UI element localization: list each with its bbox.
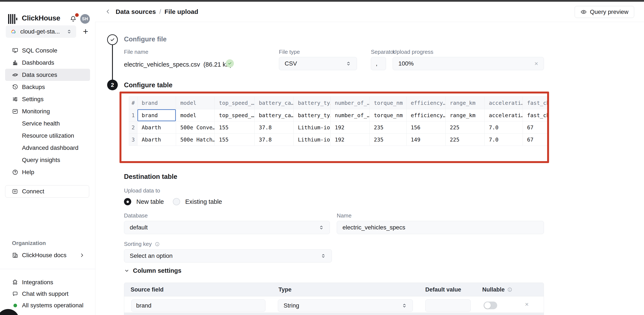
docs-building-icon [12, 252, 18, 258]
sidebar-item-clickhouse-docs[interactable]: ClickHouse docs [0, 249, 95, 261]
type-header: Type [278, 283, 292, 296]
sidebar-item-advanced-dashboard[interactable]: Advanced dashboard [0, 142, 95, 154]
step-connector [112, 45, 113, 80]
status-dot-icon [12, 302, 18, 308]
next-row-edge [124, 313, 544, 315]
grid-cell[interactable]: Lithium-ion [294, 122, 330, 134]
nullable-toggle[interactable] [484, 302, 497, 309]
grid-row: 3 Abarth 500e Hatch… 155 37.8 Lithium-io… [129, 134, 549, 146]
service-selector[interactable]: cloud-get-sta... [6, 26, 76, 38]
clear-icon[interactable]: × [534, 60, 538, 67]
grid-cell[interactable]: 37.8 [254, 122, 294, 134]
query-preview-button[interactable]: Query preview [575, 6, 634, 18]
grid-cell[interactable]: 7.0 [484, 134, 523, 146]
grid-cell[interactable]: fast_cha [523, 109, 549, 122]
sidebar-item-sql-console[interactable]: SQL Console [0, 44, 95, 56]
radio-existing-table[interactable] [173, 198, 180, 205]
grid-cell[interactable]: efficiency… [406, 109, 446, 122]
sidebar-item-integrations[interactable]: Integrations [0, 276, 95, 288]
grid-header-row: # brand model top_speed_… battery_ca… ba… [129, 96, 549, 109]
upload-success-badge [226, 59, 234, 68]
sidebar-item-dashboards[interactable]: Dashboards [0, 56, 95, 69]
grid-cell[interactable]: range_km [446, 109, 484, 122]
grid-cell[interactable]: battery_ca… [254, 109, 294, 122]
grid-cell[interactable]: 155 [215, 122, 254, 134]
grid-cell[interactable]: 67 [523, 122, 549, 134]
grid-cell[interactable]: 156 [406, 122, 446, 134]
column-settings-toggle[interactable]: Column settings [124, 267, 182, 274]
grid-cell[interactable]: 7.0 [484, 122, 523, 134]
sidebar-item-service-health[interactable]: Service health [0, 118, 95, 130]
source-field-header: Source field [130, 283, 164, 296]
clickhouse-logo-icon [8, 14, 19, 24]
grid-cell[interactable]: accelerati… [484, 109, 523, 122]
grid-row: 1 brand model top_speed_… battery_ca… ba… [129, 109, 549, 122]
check-icon [110, 37, 115, 42]
back-button[interactable] [104, 8, 112, 15]
grid-cell[interactable]: Abarth [138, 122, 176, 134]
sidebar-item-help[interactable]: Help [0, 166, 95, 178]
grid-header-cell: top_speed_… [215, 96, 254, 109]
add-service-button[interactable]: + [81, 27, 90, 36]
sidebar-item-chat-support[interactable]: Chat with support [0, 288, 95, 300]
source-field-input[interactable]: brand [131, 300, 266, 312]
upload-progress-input[interactable]: 100% × [393, 57, 544, 70]
grid-cell[interactable]: Abarth [138, 134, 176, 146]
grid-cell[interactable]: Lithium-ion [294, 134, 330, 146]
database-select[interactable]: default [124, 221, 330, 234]
grid-cell-focused[interactable]: brand [138, 109, 176, 122]
status-text: All systems operational [22, 302, 84, 309]
grid-cell[interactable]: 500e Hatch… [176, 134, 215, 146]
grid-cell[interactable]: torque_nm [370, 109, 406, 122]
help-icon [12, 169, 18, 176]
grid-cell[interactable]: 225 [446, 134, 484, 146]
sidebar-item-resource-utilization[interactable]: Resource utilization [0, 130, 95, 142]
breadcrumb-current: File upload [164, 8, 198, 15]
grid-cell[interactable]: 235 [370, 122, 406, 134]
radio-existing-table-label[interactable]: Existing table [185, 198, 222, 205]
grid-cell[interactable]: battery_ty… [294, 109, 330, 122]
main-area: Data sources / File upload Query preview… [95, 2, 644, 315]
settings-sliders-icon [12, 96, 18, 102]
sidebar-item-settings[interactable]: Settings [0, 93, 95, 105]
avatar[interactable]: SH [80, 14, 90, 24]
grid-header-cell: efficiency… [406, 96, 446, 109]
grid-cell[interactable]: 149 [406, 134, 446, 146]
grid-cell[interactable]: 37.8 [254, 134, 294, 146]
table-name-input[interactable]: electric_vehicles_specs [337, 221, 544, 234]
chevron-right-icon [79, 252, 85, 258]
sidebar-item-query-insights[interactable]: Query insights [0, 154, 95, 166]
sidebar-item-data-sources[interactable]: Data sources [5, 69, 90, 81]
grid-cell[interactable]: 235 [370, 134, 406, 146]
grid-header-cell: model [176, 96, 215, 109]
row-number: 1 [129, 109, 138, 122]
radio-new-table[interactable] [124, 198, 131, 205]
grid-cell[interactable]: number_of_… [330, 109, 370, 122]
connect-button[interactable]: Connect [5, 185, 89, 198]
data-sources-icon [12, 72, 18, 78]
grid-cell[interactable]: 155 [215, 134, 254, 146]
separator-input[interactable]: , [371, 57, 386, 70]
system-status-row[interactable]: All systems operational [0, 300, 95, 311]
type-select[interactable]: String [278, 300, 413, 312]
sidebar-item-backups[interactable]: Backups [0, 81, 95, 93]
grid-cell[interactable]: top_speed_… [215, 109, 254, 122]
sidebar-item-monitoring[interactable]: Monitoring [0, 105, 95, 118]
page-header: Data sources / File upload Query preview [95, 2, 644, 22]
notification-badge [75, 13, 79, 17]
sorting-key-select[interactable]: Select an option [124, 249, 332, 262]
radio-new-table-label[interactable]: New table [136, 198, 164, 205]
grid-cell[interactable]: 225 [446, 122, 484, 134]
remove-column-icon[interactable]: × [525, 301, 529, 308]
default-value-input[interactable] [425, 300, 471, 312]
grid-cell[interactable]: 192 [330, 122, 370, 134]
breadcrumb-parent[interactable]: Data sources [116, 8, 156, 15]
grid-cell[interactable]: 67 [523, 134, 549, 146]
integrations-puzzle-icon [12, 279, 18, 286]
row-number: 2 [129, 122, 138, 134]
grid-cell[interactable]: model [176, 109, 215, 122]
grid-header-cell: accelerati… [484, 96, 523, 109]
grid-cell[interactable]: 192 [330, 134, 370, 146]
grid-cell[interactable]: 500e Conve… [176, 122, 215, 134]
file-type-select[interactable]: CSV [279, 57, 357, 70]
